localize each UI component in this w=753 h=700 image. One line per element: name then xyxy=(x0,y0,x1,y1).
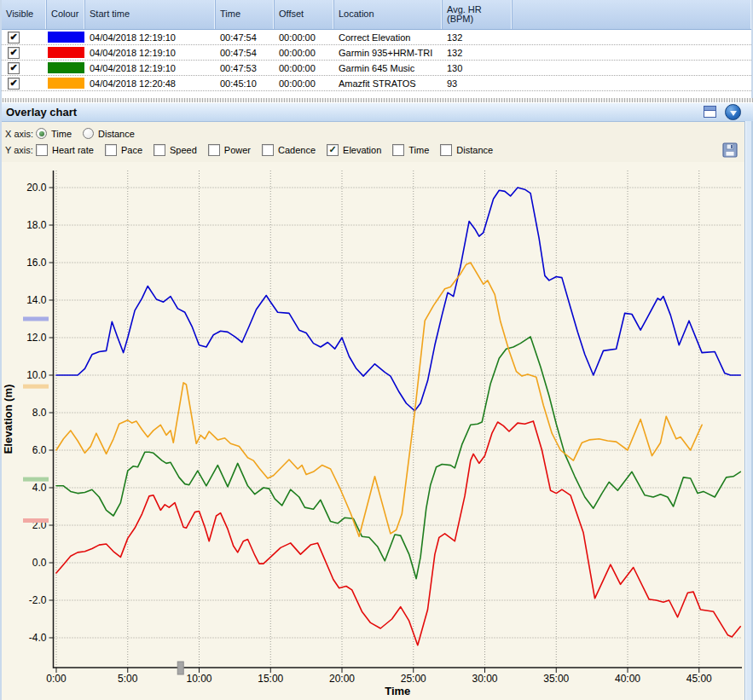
elevation-chart: 20.018.016.014.012.010.08.06.04.02.00.0-… xyxy=(0,162,753,700)
column-header-filler xyxy=(513,0,751,29)
time-cell: 00:45:10 xyxy=(216,78,275,89)
column-header-colour[interactable]: Colour xyxy=(47,0,85,29)
y-tick-label: 0.0 xyxy=(32,557,47,569)
visible-checkbox[interactable]: ✔ xyxy=(8,32,20,43)
y-axis-row: Y axis: Heart ratePaceSpeedPowerCadence✓… xyxy=(5,142,753,158)
overlay-chart-header: Overlay chart xyxy=(0,102,753,122)
radio-label: Distance xyxy=(98,129,135,139)
colour-swatch[interactable] xyxy=(48,78,84,89)
y-tick-label: 12.0 xyxy=(26,332,47,344)
location-cell: Garmin 645 Music xyxy=(334,63,443,73)
visible-cell: ✔ xyxy=(2,62,47,74)
table-row[interactable]: ✔04/04/2018 12:19:1000:47:5400:00:00Garm… xyxy=(2,45,751,61)
average-marker-amazfit-stratos xyxy=(23,385,49,389)
series-line-garmin-935-hrm-tri xyxy=(56,421,740,645)
colour-swatch[interactable] xyxy=(48,62,84,73)
visible-checkbox[interactable]: ✔ xyxy=(8,62,20,74)
checkbox-icon xyxy=(105,144,117,156)
y-tick-label: 10.0 xyxy=(26,369,47,381)
chart-controls: X axis: TimeDistance Y axis: Heart rateP… xyxy=(0,122,753,162)
table-row[interactable]: ✔04/04/2018 12:20:4800:45:1000:00:00Amaz… xyxy=(2,76,751,91)
y-tick-label: 16.0 xyxy=(26,257,47,269)
checkbox-label: Speed xyxy=(170,145,197,155)
checkbox-label: Elevation xyxy=(343,145,381,155)
start-time-cell: 04/04/2018 12:19:10 xyxy=(85,48,216,58)
y-axis-checkbox-heart-rate[interactable]: Heart rate xyxy=(36,144,94,156)
radio-icon xyxy=(83,128,94,139)
check-icon: ✔ xyxy=(9,32,17,41)
save-chart-button[interactable] xyxy=(722,142,738,158)
checkbox-label: Time xyxy=(408,145,429,155)
radio-label: Time xyxy=(51,129,72,139)
x-axis-slider-marker[interactable] xyxy=(177,662,183,674)
check-icon: ✔ xyxy=(9,48,17,56)
column-header-time[interactable]: Time xyxy=(216,0,275,29)
average-marker-correct-elevation xyxy=(23,317,49,321)
visible-checkbox[interactable]: ✔ xyxy=(8,47,20,59)
y-axis-checkbox-distance[interactable]: Distance xyxy=(440,144,493,156)
y-axis-label: Y axis: xyxy=(5,145,36,155)
time-cell: 00:47:54 xyxy=(216,48,275,58)
chevron-down-icon xyxy=(730,111,737,116)
x-axis-radio-distance[interactable]: Distance xyxy=(83,128,135,139)
column-header-start-time[interactable]: Start time xyxy=(85,0,216,29)
colour-swatch[interactable] xyxy=(48,47,84,58)
y-tick-label: 8.0 xyxy=(32,407,47,419)
offset-cell: 00:00:00 xyxy=(275,63,334,73)
x-tick-label: 45:00 xyxy=(686,673,712,685)
checkbox-icon: ✓ xyxy=(327,144,339,156)
column-header-location[interactable]: Location xyxy=(334,0,443,29)
y-axis-checkbox-time[interactable]: Time xyxy=(392,144,429,156)
checkbox-label: Heart rate xyxy=(52,145,94,155)
collapse-panel-button[interactable] xyxy=(725,104,741,120)
start-time-cell: 04/04/2018 12:19:10 xyxy=(85,32,216,43)
y-tick-label: 14.0 xyxy=(26,294,47,306)
colour-swatch[interactable] xyxy=(48,32,84,43)
checkbox-label: Power xyxy=(224,145,251,155)
y-tick-label: 20.0 xyxy=(26,182,47,194)
offset-cell: 00:00:00 xyxy=(275,78,334,89)
x-tick-label: 20:00 xyxy=(329,673,355,685)
panel-right-border xyxy=(744,121,753,700)
check-icon: ✔ xyxy=(9,63,17,72)
y-axis-checkbox-speed[interactable]: Speed xyxy=(153,144,197,156)
table-row[interactable]: ✔04/04/2018 12:19:1000:47:5300:00:00Garm… xyxy=(2,61,751,76)
location-cell: Correct Elevation xyxy=(334,32,443,43)
check-icon: ✔ xyxy=(9,78,17,87)
checkbox-icon xyxy=(36,144,48,156)
y-axis-checkbox-cadence[interactable]: Cadence xyxy=(262,144,316,156)
y-axis-checkbox-power[interactable]: Power xyxy=(208,144,251,156)
offset-cell: 00:00:00 xyxy=(275,48,334,58)
radio-icon xyxy=(36,128,47,139)
panel-layout-icon[interactable] xyxy=(704,106,716,118)
column-header-avg-hr[interactable]: Avg. HR (BPM) xyxy=(443,0,513,29)
panel-left-border xyxy=(0,0,2,700)
x-tick-label: 40:00 xyxy=(615,673,640,685)
checkbox-icon xyxy=(153,144,165,156)
x-tick-label: 5:00 xyxy=(118,673,138,685)
overlay-chart-plot[interactable]: 20.018.016.014.012.010.08.06.04.02.00.0-… xyxy=(0,162,753,700)
y-tick-label: 18.0 xyxy=(26,219,47,231)
start-time-cell: 04/04/2018 12:19:10 xyxy=(85,63,216,73)
colour-cell xyxy=(47,47,85,58)
visible-checkbox[interactable]: ✔ xyxy=(8,78,20,90)
x-tick-label: 25:00 xyxy=(401,673,426,685)
table-row[interactable]: ✔04/04/2018 12:19:1000:47:5400:00:00Corr… xyxy=(2,30,751,45)
y-axis-title: Elevation (m) xyxy=(2,385,14,454)
avg-hr-cell: 93 xyxy=(443,78,513,89)
checkbox-icon xyxy=(392,144,404,156)
start-time-cell: 04/04/2018 12:20:48 xyxy=(85,78,216,89)
x-axis-radio-time[interactable]: Time xyxy=(36,128,72,139)
column-header-visible[interactable]: Visible xyxy=(2,0,47,29)
visible-cell: ✔ xyxy=(2,32,47,43)
average-marker-garmin-935-hrm-tri xyxy=(23,518,49,523)
tracks-table: Visible Colour Start time Time Offset Lo… xyxy=(0,0,753,98)
column-header-offset[interactable]: Offset xyxy=(275,0,334,29)
avg-hr-cell: 132 xyxy=(443,48,513,58)
y-axis-checkbox-pace[interactable]: Pace xyxy=(105,144,142,156)
y-axis-checkbox-elevation[interactable]: ✓Elevation xyxy=(327,144,381,156)
table-body: ✔04/04/2018 12:19:1000:47:5400:00:00Corr… xyxy=(2,30,751,91)
offset-cell: 00:00:00 xyxy=(275,32,334,43)
avg-hr-cell: 132 xyxy=(443,32,513,43)
check-icon: ✓ xyxy=(328,145,336,153)
